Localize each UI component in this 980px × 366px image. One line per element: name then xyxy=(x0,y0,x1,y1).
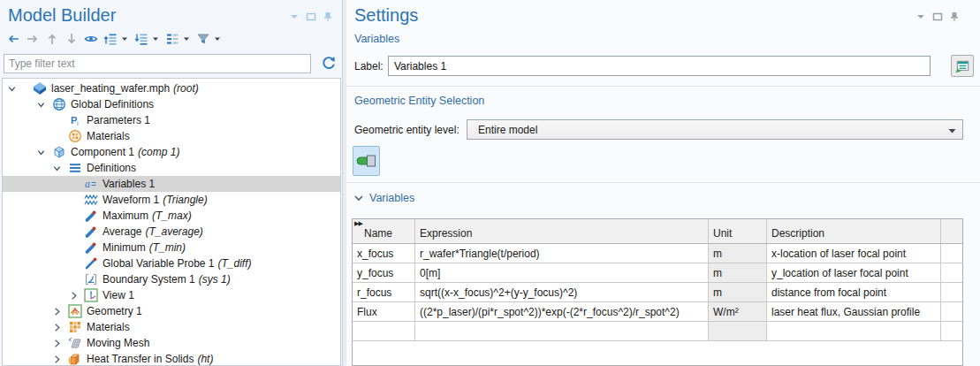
show-selection-panel-button[interactable] xyxy=(951,55,974,77)
chevron-placeholder xyxy=(51,115,62,126)
cell-unit-row5 xyxy=(709,322,767,340)
settings-subtitle: Variables xyxy=(354,33,399,45)
cell-description-row2[interactable]: y_location of laser focal point xyxy=(767,263,941,282)
heat-transfer-icon xyxy=(68,352,82,366)
show-icon[interactable] xyxy=(82,30,100,48)
svg-text:a: a xyxy=(85,178,90,190)
chevron-expanded-icon[interactable] xyxy=(35,147,46,157)
tree-item-laser-heating-wafer-mph[interactable]: laser_heating_wafer.mph(root) xyxy=(3,80,340,96)
tree-item-label: Average xyxy=(103,225,141,238)
cell-expression-row2[interactable]: 0[m] xyxy=(415,263,709,282)
cell-name-row4[interactable]: Flux xyxy=(353,302,415,321)
down-icon[interactable] xyxy=(63,30,80,48)
tree-item-definitions[interactable]: Definitions xyxy=(3,160,340,176)
tree-item-label: View 1 xyxy=(103,289,134,301)
cell-name-row5[interactable] xyxy=(353,322,415,340)
indent xyxy=(3,216,68,217)
tree-item-global-variable-probe-1[interactable]: Global Variable Probe 1(T_diff) xyxy=(3,255,340,271)
float-panel-icon[interactable] xyxy=(306,11,316,22)
global-definitions-icon xyxy=(52,97,66,111)
tree-item-minimum[interactable]: Minimum(T_min) xyxy=(3,240,340,255)
tree-item-geometry-1[interactable]: AGeometry 1 xyxy=(3,303,340,319)
collapse-all-icon[interactable] xyxy=(102,30,119,48)
cell-name-row3[interactable]: r_focus xyxy=(353,283,415,301)
pin-icon[interactable] xyxy=(323,11,333,22)
waveform-icon xyxy=(84,193,98,207)
variables-section-header[interactable]: Variables xyxy=(346,190,414,206)
panel-menu-icon[interactable] xyxy=(289,11,300,22)
panel-menu-icon[interactable] xyxy=(915,11,926,22)
collapse-all-dropdown-caret-icon[interactable] xyxy=(121,30,130,48)
tree-item-average[interactable]: Average(T_average) xyxy=(3,224,340,240)
forward-icon[interactable] xyxy=(24,30,42,48)
chevron-expanded-icon[interactable] xyxy=(51,163,62,173)
chevron-collapsed-icon[interactable] xyxy=(51,322,62,332)
expand-all-icon[interactable] xyxy=(133,30,150,48)
tree-item-variables-1[interactable]: a=Variables 1 xyxy=(3,176,340,192)
indent xyxy=(17,88,31,89)
node-text-icon[interactable] xyxy=(163,30,181,48)
cell-expression-row4[interactable]: ((2*p_laser)/(pi*r_spot^2))*exp(-(2*r_fo… xyxy=(415,302,709,321)
tree-item-label: Materials xyxy=(87,130,130,142)
indent xyxy=(3,295,68,296)
filter-icon[interactable] xyxy=(194,30,212,48)
chevron-collapsed-icon[interactable] xyxy=(51,306,62,316)
chevron-placeholder xyxy=(68,194,79,205)
tree-filter-input[interactable] xyxy=(4,54,311,73)
cell-description-row4[interactable]: laser heat flux, Gaussian profile xyxy=(767,302,941,321)
tree-item-tag: (Triangle) xyxy=(163,194,207,206)
chevron-expanded-icon[interactable] xyxy=(6,83,17,94)
back-icon[interactable] xyxy=(4,30,22,48)
cell-description-row5[interactable] xyxy=(767,322,941,340)
tree-item-materials[interactable]: Materials xyxy=(3,319,340,335)
indent xyxy=(3,136,51,137)
node-text-dropdown-caret-icon[interactable] xyxy=(183,30,192,48)
tree-item-global-definitions[interactable]: Global Definitions xyxy=(3,96,340,112)
tree-item-maximum[interactable]: Maximum(T_max) xyxy=(3,208,340,224)
cell-name-row2[interactable]: y_focus xyxy=(353,263,415,282)
tree-item-label: Definitions xyxy=(87,162,136,174)
chevron-placeholder xyxy=(68,226,79,237)
label-input[interactable] xyxy=(388,56,931,76)
tree-item-label: laser_heating_wafer.mph xyxy=(51,82,170,95)
tree-item-materials[interactable]: Materials xyxy=(3,128,340,144)
chevron-expanded-icon[interactable] xyxy=(35,99,46,110)
chevron-collapsed-icon[interactable] xyxy=(68,290,79,301)
tree-item-parameters-1[interactable]: PiParameters 1 xyxy=(3,112,340,128)
filter-dropdown-caret-icon[interactable] xyxy=(214,30,223,48)
cell-expression-row5[interactable] xyxy=(415,322,709,340)
cell-expression-row3[interactable]: sqrt((x-x_focus)^2+(y-y_focus)^2) xyxy=(415,283,709,301)
indent xyxy=(79,279,82,280)
expand-all-dropdown-caret-icon[interactable] xyxy=(152,30,161,48)
geometric-entity-level-select[interactable]: Entire model xyxy=(467,119,963,140)
cell-description-row1[interactable]: x-location of laser focal point xyxy=(767,244,941,263)
indent xyxy=(79,295,82,296)
tree-item-boundary-system-1[interactable]: Boundary System 1(sys 1) xyxy=(3,271,340,287)
indent xyxy=(3,232,68,233)
tree-item-tag: (T_min) xyxy=(149,241,186,254)
active-selection-toggle-button[interactable] xyxy=(353,146,380,176)
cell-expression-row1[interactable]: r_wafer*Triangle(t/period) xyxy=(415,244,709,263)
pin-icon[interactable] xyxy=(949,11,960,22)
float-panel-icon[interactable] xyxy=(932,11,943,22)
tree-item-view-1[interactable]: View 1 xyxy=(3,287,340,303)
chevron-collapsed-icon[interactable] xyxy=(51,354,62,364)
cell-name-row1[interactable]: x_focus xyxy=(353,244,415,263)
chevron-down-icon xyxy=(948,127,956,134)
indent xyxy=(46,104,50,105)
cell-description-row3[interactable]: distance from focal point xyxy=(767,283,941,301)
cell-extra-row2 xyxy=(941,263,962,282)
up-icon[interactable] xyxy=(43,30,61,48)
separator xyxy=(346,182,980,183)
tree-item-component-1[interactable]: Component 1(comp 1) xyxy=(3,144,340,160)
cell-extra-row1 xyxy=(941,244,962,263)
show-selection-panel-icon xyxy=(954,58,970,74)
tree-item-waveform-1[interactable]: Waveform 1(Triangle) xyxy=(3,192,340,208)
column-header-expression: Expression xyxy=(415,219,709,243)
tree-item-tag: (sys 1) xyxy=(199,273,231,286)
table-row xyxy=(353,322,962,341)
refresh-icon[interactable] xyxy=(321,56,337,72)
tree-item-heat-transfer-in-solids[interactable]: Heat Transfer in Solids(ht) xyxy=(3,351,340,366)
tree-item-moving-mesh[interactable]: Moving Mesh xyxy=(3,335,340,351)
chevron-collapsed-icon[interactable] xyxy=(51,338,62,348)
